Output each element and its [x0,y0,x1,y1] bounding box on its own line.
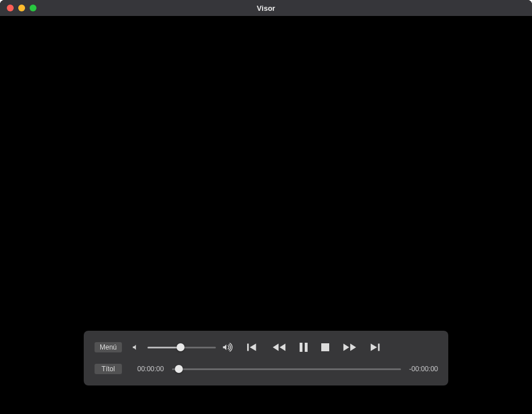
volume-high-icon [222,342,233,353]
skip-back-icon[interactable] [247,342,259,352]
close-button[interactable] [7,5,14,11]
player-window: Visor Menú [0,0,532,414]
title-button[interactable]: Títol [94,363,122,375]
window-title: Visor [257,4,275,13]
volume-thumb[interactable] [177,343,185,351]
rewind-icon[interactable] [272,342,287,352]
volume-section [132,342,233,353]
window-controls [0,5,36,11]
svg-rect-3 [321,343,329,351]
stop-icon[interactable] [321,343,330,352]
svg-rect-1 [300,343,302,352]
time-remaining: -00:00:00 [409,365,438,373]
playback-controls [247,342,382,352]
time-elapsed: 00:00:00 [137,365,164,373]
controller-top-row: Menú [94,339,438,356]
video-viewport[interactable]: Menú [0,16,532,414]
svg-rect-2 [305,343,308,352]
zoom-button[interactable] [30,5,36,11]
progress-slider[interactable] [172,368,402,370]
fast-forward-icon[interactable] [342,342,357,352]
progress-thumb[interactable] [175,365,183,373]
volume-low-icon [132,342,142,352]
volume-fill [148,347,181,348]
playback-controller: Menú [84,331,448,385]
svg-rect-0 [247,344,249,351]
svg-rect-4 [378,344,380,351]
titlebar: Visor [0,0,532,16]
progress-track [172,368,402,370]
controller-bottom-row: Títol 00:00:00 -00:00:00 [94,360,438,378]
volume-slider[interactable] [148,346,216,348]
skip-forward-icon[interactable] [370,342,382,352]
pause-icon[interactable] [299,342,308,352]
minimize-button[interactable] [18,5,25,11]
menu-button[interactable]: Menú [94,342,122,353]
